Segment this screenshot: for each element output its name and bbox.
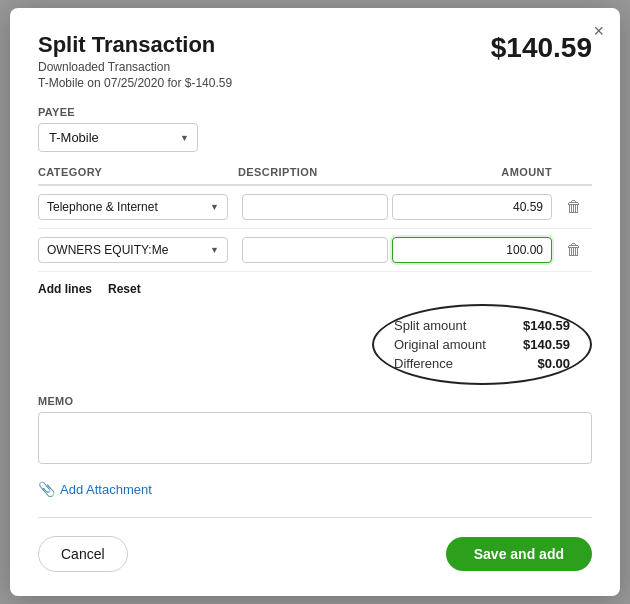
amount-input-2[interactable] [392, 237, 552, 263]
difference-value: $0.00 [537, 356, 570, 371]
category-select-1[interactable]: Telephone & Internet [38, 194, 228, 220]
description-input-1[interactable] [242, 194, 388, 220]
payee-select[interactable]: T-Mobile [38, 123, 198, 152]
difference-label: Difference [394, 356, 453, 371]
split-amount-row: Split amount $140.59 [394, 316, 570, 335]
modal-title: Split Transaction [38, 32, 232, 58]
payee-select-wrapper[interactable]: T-Mobile [38, 123, 198, 152]
payee-section: Payee T-Mobile [38, 106, 592, 152]
category-select-wrapper-2[interactable]: OWNERS EQUITY:Me [38, 237, 228, 263]
attachment-row: 📎 Add Attachment [38, 481, 592, 497]
modal-header: Split Transaction Downloaded Transaction… [38, 32, 592, 90]
col-header-category: CATEGORY [38, 166, 238, 178]
total-amount: $140.59 [491, 32, 592, 64]
cancel-button[interactable]: Cancel [38, 536, 128, 572]
summary-section: Split amount $140.59 Original amount $14… [38, 304, 592, 385]
subtitle1: Downloaded Transaction [38, 60, 232, 74]
difference-row: Difference $0.00 [394, 354, 570, 373]
footer-row: Cancel Save and add [38, 536, 592, 572]
col-header-amount: AMOUNT [396, 166, 556, 178]
category-select-2[interactable]: OWNERS EQUITY:Me [38, 237, 228, 263]
table-row: Telephone & Internet 🗑 [38, 186, 592, 229]
memo-label: Memo [38, 395, 592, 407]
footer-divider [38, 517, 592, 518]
memo-input[interactable] [38, 412, 592, 464]
close-button[interactable]: × [593, 22, 604, 40]
table-row: OWNERS EQUITY:Me 🗑 [38, 229, 592, 272]
original-amount-row: Original amount $140.59 [394, 335, 570, 354]
save-and-add-button[interactable]: Save and add [446, 537, 592, 571]
summary-box: Split amount $140.59 Original amount $14… [372, 304, 592, 385]
split-amount-label: Split amount [394, 318, 466, 333]
delete-row-2-button[interactable]: 🗑 [556, 239, 592, 261]
action-row: Add lines Reset [38, 272, 592, 300]
col-header-description: DESCRIPTION [238, 166, 396, 178]
memo-section: Memo [38, 395, 592, 467]
add-attachment-link[interactable]: Add Attachment [60, 482, 152, 497]
add-lines-button[interactable]: Add lines [38, 282, 92, 296]
split-transaction-modal: × Split Transaction Downloaded Transacti… [10, 8, 620, 596]
title-block: Split Transaction Downloaded Transaction… [38, 32, 232, 90]
reset-button[interactable]: Reset [108, 282, 141, 296]
attachment-icon: 📎 [38, 481, 55, 497]
split-amount-value: $140.59 [523, 318, 570, 333]
description-input-2[interactable] [242, 237, 388, 263]
amount-input-1[interactable] [392, 194, 552, 220]
category-select-wrapper-1[interactable]: Telephone & Internet [38, 194, 228, 220]
original-amount-value: $140.59 [523, 337, 570, 352]
original-amount-label: Original amount [394, 337, 486, 352]
table-header: CATEGORY DESCRIPTION AMOUNT [38, 166, 592, 186]
split-rows: Telephone & Internet 🗑 OWNERS EQUITY:Me … [38, 186, 592, 272]
subtitle2: T-Mobile on 07/25/2020 for $-140.59 [38, 76, 232, 90]
payee-label: Payee [38, 106, 592, 118]
delete-row-1-button[interactable]: 🗑 [556, 196, 592, 218]
